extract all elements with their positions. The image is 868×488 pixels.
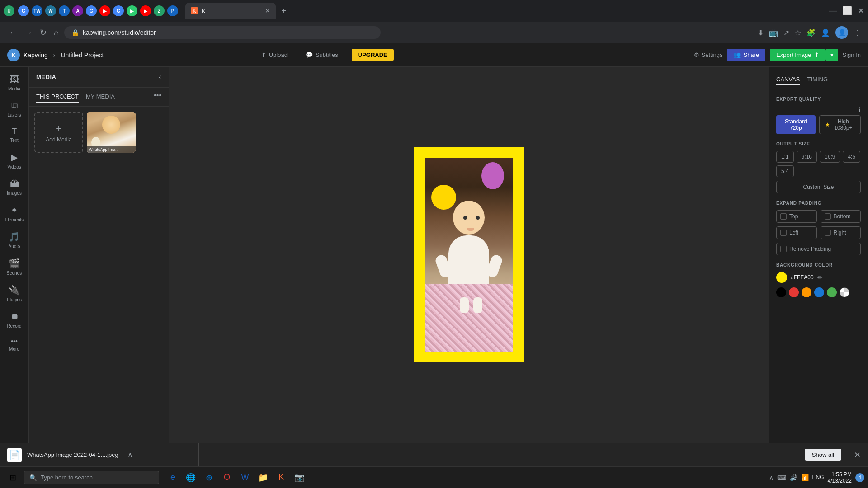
extensions-icon[interactable]: 🧩: [807, 28, 816, 37]
size-5-4-button[interactable]: 5:4: [776, 165, 794, 177]
taskbar-chevron-icon[interactable]: ∧: [769, 474, 774, 481]
taskbar-volume-icon[interactable]: 📶: [801, 474, 809, 481]
upload-button[interactable]: ⬆ Upload: [257, 49, 292, 61]
color-preset-orange[interactable]: [802, 287, 811, 297]
color-preset-black[interactable]: [776, 287, 786, 297]
sidebar-item-images[interactable]: 🏔 Images: [2, 175, 27, 199]
refresh-button[interactable]: ↻: [38, 26, 48, 39]
bookmark-icon[interactable]: ☆: [795, 28, 801, 37]
file-strip-close-button[interactable]: ✕: [847, 450, 868, 460]
quality-standard-button[interactable]: Standard 720p: [776, 115, 816, 134]
media-icon: 🖼: [10, 74, 19, 84]
custom-size-button[interactable]: Custom Size: [776, 181, 861, 193]
start-button[interactable]: ⊞: [4, 469, 22, 487]
tab-this-project[interactable]: THIS PROJECT: [36, 91, 79, 103]
minimize-button[interactable]: —: [829, 6, 837, 16]
color-preset-red[interactable]: [789, 287, 799, 297]
windows-taskbar: ⊞ 🔍 Type here to search e 🌐 ⊕ O W 📁 K 📷 …: [0, 466, 868, 488]
active-tab[interactable]: K K ✕: [185, 3, 276, 19]
quality-high-button[interactable]: ★ High 1080p+: [819, 115, 861, 134]
export-button[interactable]: Export Image ⬆: [770, 49, 825, 61]
signin-button[interactable]: Sign In: [843, 52, 861, 58]
canvas-image: [425, 158, 513, 352]
taskbar-keyboard-icon[interactable]: ⌨: [777, 474, 786, 481]
size-16-9-button[interactable]: 16:9: [820, 151, 840, 163]
taskbar-time[interactable]: 1:55 PM 4/13/2022: [828, 471, 852, 484]
size-9-16-button[interactable]: 9:16: [797, 151, 817, 163]
taskbar-network-icon[interactable]: 🔊: [790, 474, 797, 481]
close-window-button[interactable]: ✕: [858, 6, 864, 16]
taskbar-app-opera[interactable]: O: [219, 469, 235, 486]
export-quality-info-icon[interactable]: ℹ: [859, 106, 861, 113]
settings-button[interactable]: ⚙ Settings: [694, 52, 722, 58]
padding-right-button[interactable]: Right: [821, 226, 861, 239]
media-thumb-label: WhatsApp Ima...: [87, 146, 136, 153]
address-bar[interactable]: 🔒 kapwing.com/studio/editor: [64, 26, 381, 39]
maximize-button[interactable]: ⬜: [842, 6, 852, 16]
subtitles-button[interactable]: 💬 Subtitles: [301, 49, 343, 61]
app-logo: K Kapwing: [7, 49, 48, 61]
show-all-button[interactable]: Show all: [805, 449, 841, 461]
tab-my-media[interactable]: MY MEDIA: [86, 91, 115, 103]
export-dropdown-button[interactable]: ▾: [826, 49, 838, 61]
padding-top-button[interactable]: Top: [776, 210, 817, 223]
padding-left-button[interactable]: Left: [776, 226, 817, 239]
taskbar-app-files[interactable]: 📁: [255, 469, 271, 486]
back-button[interactable]: ←: [7, 26, 19, 39]
padding-bottom-button[interactable]: Bottom: [821, 210, 861, 223]
sidebar-item-elements[interactable]: ✦ Elements: [2, 201, 27, 226]
sidebar-item-media[interactable]: 🖼 Media: [2, 70, 27, 95]
project-name: Untitled Project: [61, 52, 104, 59]
sidebar-item-layers[interactable]: ⧉ Layers: [2, 97, 27, 121]
sidebar-item-plugins[interactable]: 🔌 Plugins: [2, 281, 27, 306]
export-icon: ⬆: [814, 52, 819, 58]
add-media-button[interactable]: + Add Media: [34, 112, 83, 153]
download-icon[interactable]: ⬇: [758, 28, 764, 37]
sidebar-item-more[interactable]: ••• More: [2, 334, 27, 355]
size-1-1-button[interactable]: 1:1: [776, 151, 794, 163]
sidebar-item-text[interactable]: T Text: [2, 123, 27, 146]
share-icon: 👥: [733, 52, 741, 58]
share-button[interactable]: 👥 Share: [727, 49, 765, 61]
padding-left-checkbox: [780, 230, 787, 236]
sidebar-item-record[interactable]: ⏺ Record: [2, 308, 27, 332]
color-edit-icon[interactable]: ✏: [817, 274, 823, 281]
color-preset-transparent[interactable]: [840, 287, 849, 297]
taskbar-app-edge[interactable]: ⊕: [201, 469, 217, 486]
share-browser-icon[interactable]: ↗: [783, 28, 789, 37]
tab-canvas[interactable]: CANVAS: [776, 74, 800, 85]
sidebar-item-videos[interactable]: ▶ Videos: [2, 148, 27, 173]
subtitles-icon: 💬: [306, 52, 313, 58]
forward-button[interactable]: →: [23, 26, 34, 39]
taskbar-app-photos[interactable]: 📷: [291, 469, 307, 486]
padding-right-checkbox: [825, 230, 831, 236]
sidebar-item-scenes[interactable]: 🎬 Scenes: [2, 254, 27, 279]
taskbar-app-ie[interactable]: e: [165, 469, 181, 486]
notification-badge[interactable]: 4: [855, 473, 864, 482]
media-thumbnail[interactable]: WhatsApp Ima...: [87, 112, 136, 153]
remove-padding-button[interactable]: Remove Padding: [776, 243, 861, 255]
file-collapse-button[interactable]: ∧: [127, 450, 133, 459]
taskbar-app-chrome[interactable]: 🌐: [183, 469, 199, 486]
size-4-5-button[interactable]: 4:5: [843, 151, 860, 163]
new-tab-button[interactable]: +: [278, 4, 290, 18]
browser-menu-icon[interactable]: ⋮: [854, 28, 861, 37]
upgrade-button[interactable]: UPGRADE: [352, 49, 394, 61]
favicon-green: ▶: [127, 5, 137, 16]
tab-timing[interactable]: TIMING: [807, 74, 828, 85]
breadcrumb-sep: ›: [53, 52, 56, 59]
taskbar-app-word[interactable]: W: [237, 469, 253, 486]
taskbar-app-kapwing[interactable]: K: [273, 469, 289, 486]
cast-icon[interactable]: 📺: [769, 28, 778, 37]
sidebar-item-audio[interactable]: 🎵 Audio: [2, 228, 27, 253]
color-preset-blue[interactable]: [814, 287, 824, 297]
taskbar-search[interactable]: 🔍 Type here to search: [24, 471, 159, 484]
profile-icon[interactable]: 👤: [821, 28, 830, 37]
media-tab-more-button[interactable]: •••: [154, 91, 161, 103]
color-swatch-main[interactable]: [776, 272, 787, 283]
tab-close-btn[interactable]: ✕: [265, 7, 270, 14]
profile-avatar[interactable]: 👤: [835, 26, 848, 39]
media-panel-close-button[interactable]: ‹: [159, 72, 161, 82]
home-button[interactable]: ⌂: [52, 26, 61, 39]
color-preset-green[interactable]: [827, 287, 837, 297]
